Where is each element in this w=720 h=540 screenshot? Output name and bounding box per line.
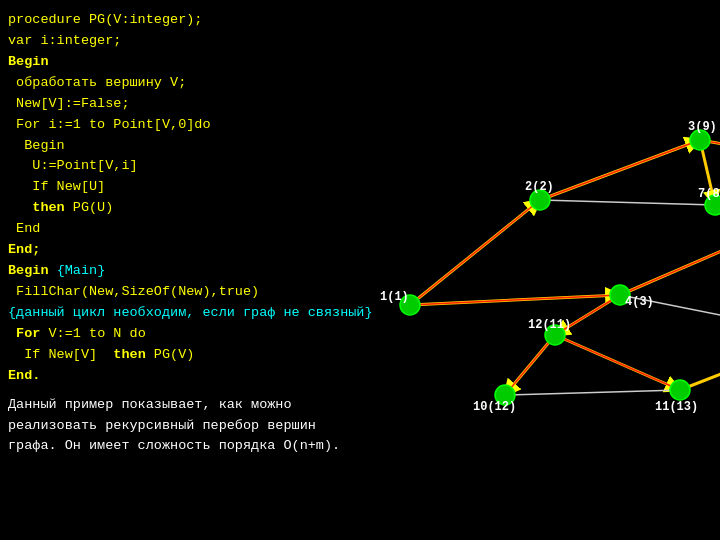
description-line-1: Данный пример показывает, как можно (8, 395, 302, 416)
description-line-3: графа. Он имеет сложность порядка O(n+m)… (8, 436, 302, 457)
code-line-7: Begin (8, 136, 302, 157)
node-4-label: 4(3) (625, 295, 654, 309)
code-line-6: For i:=1 to Point[V,0]do (8, 115, 302, 136)
code-panel: procedure PG(V:integer); var i:integer; … (0, 0, 310, 540)
code-line-10: then PG(U) (8, 198, 302, 219)
edge-1-4-red (410, 295, 620, 305)
code-line-11: End (8, 219, 302, 240)
code-line-2: var i:integer; (8, 31, 302, 52)
edge-12-10-red (505, 335, 555, 395)
node-7-label: 7(8) (698, 187, 720, 201)
code-line-15: {данный цикл необходим, если граф не свя… (8, 303, 302, 324)
edge-1-2-red (410, 200, 540, 305)
code-line-13: Begin {Main} (8, 261, 302, 282)
graph-panel: 1(1) 2(2) 3(9) 4(3) 5(5) 6(4) 7(8) 8(6) (310, 0, 720, 540)
node-11-label: 11(13) (655, 400, 698, 414)
edge-4-6-red (620, 230, 720, 295)
node-1-label: 1(1) (380, 290, 409, 304)
code-line-14: FillChar(New,SizeOf(New),true) (8, 282, 302, 303)
edge-2-3-red (540, 140, 700, 200)
node-10-label: 10(12) (473, 400, 516, 414)
graph-svg: 1(1) 2(2) 3(9) 4(3) 5(5) 6(4) 7(8) 8(6) (310, 0, 720, 540)
node-3-label: 3(9) (688, 120, 717, 134)
main-container: procedure PG(V:integer); var i:integer; … (0, 0, 720, 540)
code-line-9: If New[U] (8, 177, 302, 198)
code-line-4: обработать вершину V; (8, 73, 302, 94)
code-line-17: If New[V] then PG(V) (8, 345, 302, 366)
code-line-16: For V:=1 to N do (8, 324, 302, 345)
code-line-12: End; (8, 240, 302, 261)
code-line-5: New[V]:=False; (8, 94, 302, 115)
edge-4-6 (620, 230, 720, 295)
edge-10-11 (505, 390, 680, 395)
code-line-18: End. (8, 366, 302, 387)
node-12-label: 12(11) (528, 318, 571, 332)
edge-2-7 (540, 200, 715, 205)
node-11 (670, 380, 690, 400)
edge-12-11-red (555, 335, 680, 390)
node-2-label: 2(2) (525, 180, 554, 194)
code-line-3: Begin (8, 52, 302, 73)
code-line-1: procedure PG(V:integer); (8, 10, 302, 31)
code-line-8: U:=Point[V,i] (8, 156, 302, 177)
description-line-2: реализовать рекурсивный перебор вершин (8, 416, 302, 437)
